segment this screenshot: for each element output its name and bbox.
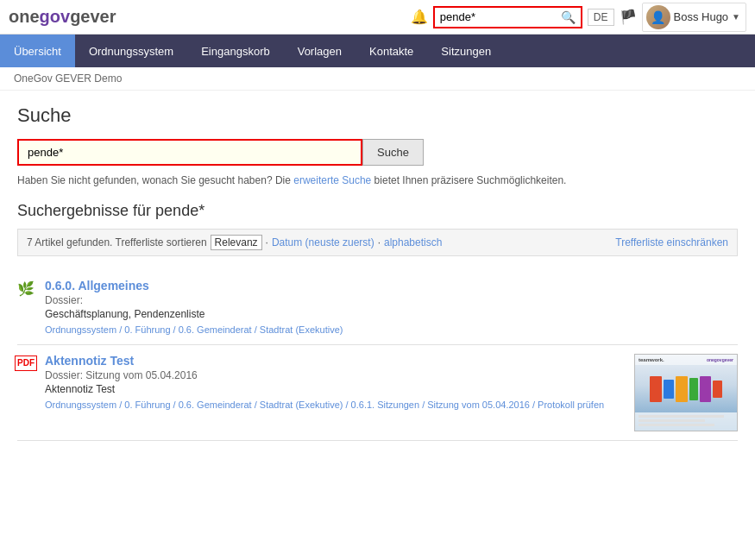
container-6 [713,381,722,398]
result-meta-2: Dossier: Sitzung vom 05.04.2016 [45,369,624,381]
result-thumbnail-2: teamwork. onegovgever [634,354,738,431]
results-count-text: 7 Artikel gefunden. Trefferliste sortier… [27,236,207,249]
user-name: Boss Hugo [674,10,729,23]
thumb-main [635,365,737,412]
result-item-main-2: Aktennotiz Test Dossier: Sitzung vom 05.… [45,354,624,431]
user-menu[interactable]: 👤 Boss Hugo ▼ [642,3,747,32]
navbar: Übersicht Ordnungssystem Eingangskorb Vo… [0,35,755,67]
hint-suffix: bietet Ihnen präzisere Suchmöglichkeiten… [371,174,566,186]
header-right: 🔔 🔍 DE 🏴 👤 Boss Hugo ▼ [411,3,746,32]
result-meta-label-1: Dossier: [45,294,83,306]
breadcrumb: OneGov GEVER Demo [0,67,755,91]
pdf-icon: PDF [15,356,37,371]
results-title: Suchergebnisse für pende* [17,202,738,220]
logo-gov: gov [40,7,71,27]
nav-item-eingangskorb[interactable]: Eingangskorb [187,35,284,67]
logo-gever: gever [70,7,116,27]
result-title-1[interactable]: 0.6.0. Allgemeines [45,279,738,293]
thumb-text-line-1 [639,415,724,418]
thumb-text-area [635,412,737,431]
language-button[interactable]: DE [588,9,614,26]
sort-separator-1: · [266,236,268,249]
erweiterte-suche-link[interactable]: erweiterte Suche [293,174,371,186]
result-icon-2: PDF [17,356,35,373]
header-search-box: 🔍 [433,6,582,28]
result-icon-1: 🌿 [17,280,35,298]
main-content: Suche Suche Haben Sie nicht gefunden, wo… [0,91,755,455]
sort-alpha-link[interactable]: alphabetisch [384,236,442,249]
thumb-containers [635,365,737,412]
result-item-1: 🌿 0.6.0. Allgemeines Dossier: Geschäftsp… [17,270,738,345]
thumb-top-bar: teamwork. onegovgever [635,355,737,365]
thumb-teamwork-text: teamwork. [639,357,664,362]
user-menu-dropdown-icon: ▼ [732,12,740,22]
nav-item-vorlagen[interactable]: Vorlagen [284,35,355,67]
leaf-icon: 🌿 [17,280,35,297]
result-item-2: PDF Aktennotiz Test Dossier: Sitzung vom… [17,345,738,441]
user-avatar: 👤 [646,5,670,29]
hint-text: Haben Sie nicht gefunden, wonach Sie ges… [17,174,738,186]
main-search-input[interactable] [17,139,362,166]
result-meta-value-2: Sitzung vom 05.04.2016 [85,369,197,381]
logo-one: one [9,7,40,27]
bell-icon[interactable]: 🔔 [411,9,428,25]
search-form: Suche [17,139,738,166]
container-4 [689,378,698,400]
thumb-text-line-2 [639,419,705,422]
header-search-input[interactable] [435,8,556,26]
main-search-button[interactable]: Suche [362,139,424,166]
nav-item-ordnungssystem[interactable]: Ordnungssystem [75,35,187,67]
container-3 [676,376,688,402]
result-path-2[interactable]: Ordnungssystem / 0. Führung / 0.6. Gemei… [45,400,604,410]
nav-item-kontakte[interactable]: Kontakte [355,35,427,67]
result-meta-1: Dossier: [45,294,738,306]
container-2 [664,380,674,399]
result-desc-1: Geschäftsplanung, Pendenzenliste [45,308,738,320]
restrict-results-link[interactable]: Trefferliste einschränken [615,236,728,249]
header-search-button[interactable]: 🔍 [556,8,581,27]
logo: onegovgever [9,7,116,27]
thumb-text-line-3 [639,424,714,426]
result-path-1[interactable]: Ordnungssystem / 0. Führung / 0.6. Gemei… [45,324,343,335]
results-bar-left: 7 Artikel gefunden. Trefferliste sortier… [27,235,442,250]
result-title-2[interactable]: Aktennotiz Test [45,354,624,368]
flag-icon[interactable]: 🏴 [620,9,637,25]
nav-item-uebersicht[interactable]: Übersicht [0,35,75,67]
sort-separator-2: · [378,236,381,249]
page-title: Suche [17,104,738,127]
container-5 [700,376,711,402]
header: onegovgever 🔔 🔍 DE 🏴 👤 Boss Hugo ▼ [0,0,755,35]
sort-date-link[interactable]: Datum (neuste zuerst) [272,236,374,249]
result-item-main-1: 0.6.0. Allgemeines Dossier: Geschäftspla… [45,279,738,336]
results-bar: 7 Artikel gefunden. Trefferliste sortier… [17,229,738,256]
container-1 [650,376,662,402]
result-meta-label-2: Dossier: [45,369,83,381]
thumb-onegov-text: onegovgever [707,357,733,362]
sort-relevance[interactable]: Relevanz [211,235,262,250]
thumbnail-inner: teamwork. onegovgever [635,355,737,431]
hint-prefix: Haben Sie nicht gefunden, wonach Sie ges… [17,174,293,186]
result-desc-2: Aktennotiz Test [45,383,624,395]
nav-item-sitzungen[interactable]: Sitzungen [427,35,505,67]
